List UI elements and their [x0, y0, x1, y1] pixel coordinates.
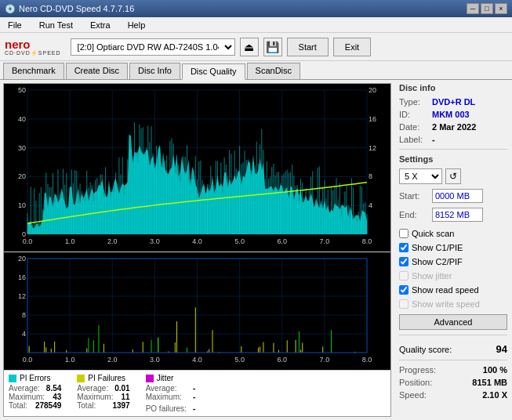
show-write-speed-checkbox[interactable] [399, 299, 409, 309]
legend-area: PI Errors Average: 8.54 Maximum: 43 Tota… [4, 370, 390, 416]
pi-failures-label: PI Failures [88, 374, 125, 382]
pi-failures-avg-value: 0.01 [114, 384, 129, 393]
tab-scan-disc[interactable]: ScanDisc [247, 63, 300, 79]
app-icon: 💿 [5, 4, 16, 14]
show-c2-pif-label: Show C2/PIF [412, 257, 463, 266]
show-c1-pie-checkbox[interactable] [399, 243, 409, 252]
speed-value: 2.10 X [482, 390, 507, 400]
divider1 [399, 149, 507, 150]
lower-chart [4, 252, 390, 370]
pi-errors-max-value: 43 [53, 393, 61, 401]
show-c1-pie-label: Show C1/PIE [412, 243, 463, 252]
date-value: 2 Mar 2022 [432, 122, 476, 132]
minimize-button[interactable]: ─ [467, 3, 479, 14]
po-failures-label: PO failures: [146, 404, 187, 413]
legend-pi-failures: PI Failures Average: 0.01 Maximum: 11 To… [77, 374, 129, 413]
show-write-speed-row: Show write speed [399, 299, 507, 309]
show-jitter-checkbox[interactable] [399, 271, 409, 281]
title-bar: 💿 Nero CD-DVD Speed 4.7.7.16 ─ □ × [0, 0, 512, 17]
tab-benchmark[interactable]: Benchmark [3, 63, 64, 79]
pi-errors-max-label: Maximum: [9, 393, 45, 401]
save-button[interactable]: 💾 [263, 38, 282, 56]
speed-select[interactable]: 5 X [399, 168, 442, 184]
start-button[interactable]: Start [287, 38, 329, 56]
pi-failures-color [77, 375, 85, 382]
disc-info-title: Disc info [399, 83, 507, 92]
show-read-speed-label: Show read speed [412, 285, 479, 295]
end-mb-input[interactable] [432, 208, 483, 222]
divider2 [399, 335, 507, 335]
pi-errors-avg-label: Average: [9, 384, 40, 393]
pi-failures-total-label: Total: [77, 401, 96, 410]
pi-failures-max-label: Maximum: [77, 393, 113, 401]
tab-create-disc[interactable]: Create Disc [66, 63, 128, 79]
exit-button[interactable]: Exit [333, 38, 371, 56]
progress-label: Progress: [399, 365, 436, 375]
position-label: Position: [399, 378, 432, 387]
disc-label-label: Label: [399, 135, 429, 144]
po-failures-value: - [193, 404, 195, 413]
pi-failures-avg-label: Average: [77, 384, 108, 393]
upper-chart [4, 84, 390, 252]
pi-errors-avg-value: 8.54 [46, 384, 61, 393]
end-label: End: [399, 210, 429, 219]
pi-failures-max-value: 11 [122, 393, 130, 401]
show-c1-pie-row: Show C1/PIE [399, 243, 507, 252]
pi-errors-total-value: 278549 [35, 401, 61, 410]
start-label: Start: [399, 191, 429, 201]
jitter-color [146, 375, 154, 382]
close-button[interactable]: × [495, 3, 507, 14]
tab-disc-info[interactable]: Disc Info [129, 63, 180, 79]
show-jitter-label: Show jitter [412, 271, 452, 281]
id-value: MKM 003 [432, 110, 470, 119]
advanced-button[interactable]: Advanced [399, 314, 507, 330]
right-panel: Disc info Type: DVD+R DL ID: MKM 003 Dat… [394, 80, 512, 420]
pi-failures-total-value: 1397 [112, 401, 129, 410]
date-label: Date: [399, 122, 429, 132]
main-content: PI Errors Average: 8.54 Maximum: 43 Tota… [0, 80, 512, 420]
menu-file[interactable]: File [3, 19, 27, 31]
menu-bar: File Run Test Extra Help [0, 17, 512, 33]
jitter-avg-value: - [193, 384, 195, 393]
quick-scan-checkbox[interactable] [399, 229, 409, 238]
jitter-max-value: - [193, 393, 195, 401]
tabs: Benchmark Create Disc Disc Info Disc Qua… [0, 61, 512, 80]
settings-title: Settings [399, 154, 507, 164]
show-read-speed-row: Show read speed [399, 285, 507, 295]
quality-score-label: Quality score: [399, 345, 452, 354]
jitter-max-label: Maximum: [146, 393, 182, 401]
start-mb-input[interactable] [432, 189, 483, 203]
pi-errors-color [9, 375, 16, 382]
menu-help[interactable]: Help [123, 19, 151, 31]
tab-disc-quality[interactable]: Disc Quality [182, 63, 245, 80]
pi-errors-label: PI Errors [20, 374, 50, 382]
quality-score-value: 94 [496, 343, 507, 355]
id-label: ID: [399, 110, 429, 119]
refresh-button[interactable]: ↺ [445, 168, 461, 184]
show-c2-pif-row: Show C2/PIF [399, 257, 507, 266]
show-c2-pif-checkbox[interactable] [399, 257, 409, 266]
progress-value: 100 % [483, 365, 507, 375]
quick-scan-label: Quick scan [412, 229, 454, 238]
disc-label-value: - [432, 135, 435, 144]
maximize-button[interactable]: □ [481, 3, 493, 14]
menu-extra[interactable]: Extra [85, 19, 115, 31]
show-read-speed-checkbox[interactable] [399, 285, 409, 295]
menu-run-test[interactable]: Run Test [34, 19, 78, 31]
divider3 [399, 360, 507, 360]
eject-button[interactable]: ⏏ [240, 38, 259, 56]
chart-area: PI Errors Average: 8.54 Maximum: 43 Tota… [3, 83, 391, 417]
speed-label: Speed: [399, 390, 427, 400]
toolbar: nero CD·DVD⚡SPEED [2:0] Optiarc DVD RW A… [0, 33, 512, 61]
pi-errors-total-label: Total: [9, 401, 27, 410]
show-jitter-row: Show jitter [399, 271, 507, 281]
legend-pi-errors: PI Errors Average: 8.54 Maximum: 43 Tota… [9, 374, 61, 413]
position-value: 8151 MB [472, 378, 507, 387]
quick-scan-row: Quick scan [399, 229, 507, 238]
legend-jitter: Jitter Average: - Maximum: - PO failures… [146, 374, 196, 413]
show-write-speed-label: Show write speed [412, 299, 480, 309]
type-value: DVD+R DL [432, 97, 475, 107]
jitter-label: Jitter [157, 374, 174, 382]
drive-select[interactable]: [2:0] Optiarc DVD RW AD-7240S 1.04 [71, 38, 235, 56]
nero-logo: nero CD·DVD⚡SPEED [5, 38, 61, 56]
